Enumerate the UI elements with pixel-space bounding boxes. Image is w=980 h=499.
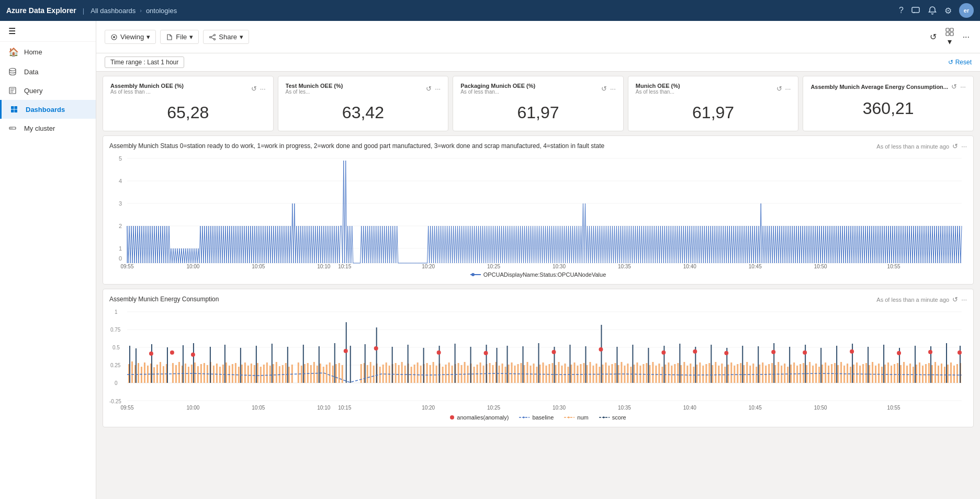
help-icon[interactable]: ? [899, 6, 904, 15]
kpi-value-2: 61,97 [460, 99, 616, 124]
kpi-more-0[interactable]: ··· [260, 85, 266, 93]
kpi-more-1[interactable]: ··· [435, 85, 441, 93]
sidebar-item-query[interactable]: Query [0, 81, 96, 100]
svg-text:10:35: 10:35 [618, 405, 631, 411]
notification-icon[interactable] [928, 6, 937, 15]
svg-rect-285 [843, 366, 845, 383]
chart1-data [127, 161, 962, 263]
kpi-more-2[interactable]: ··· [610, 85, 616, 93]
svg-rect-173 [492, 365, 494, 383]
svg-rect-258 [759, 365, 760, 383]
sidebar-item-dashboards[interactable]: Dashboards [0, 100, 96, 119]
viewing-button[interactable]: Viewing ▾ [105, 30, 156, 44]
svg-rect-286 [847, 364, 848, 383]
svg-text:10:35: 10:35 [618, 264, 631, 268]
refresh-button[interactable]: ↺ [928, 30, 939, 44]
breadcrumb-all-dashboards[interactable]: All dashboards [91, 7, 136, 15]
svg-text:5: 5 [119, 155, 122, 162]
svg-rect-152 [426, 363, 428, 383]
sidebar-item-home[interactable]: 🏠 Home [0, 42, 96, 62]
kpi-cards-row: Assembly Munich OEE (%) As of less than … [103, 76, 974, 131]
viewing-label: Viewing [120, 33, 144, 41]
chart1-refresh[interactable]: ↺ [952, 142, 958, 150]
kpi-card-1: Test Munich OEE (%) As of les... ↺ ··· 6… [278, 76, 449, 131]
hamburger-button[interactable]: ☰ [0, 21, 96, 42]
svg-rect-269 [793, 362, 795, 383]
file-button[interactable]: File ▾ [160, 30, 199, 44]
kpi-refresh-1[interactable]: ↺ [426, 85, 432, 93]
svg-rect-79 [178, 362, 180, 383]
svg-rect-149 [417, 362, 419, 383]
svg-rect-282 [834, 363, 836, 383]
layout-button[interactable]: ▾ [943, 25, 956, 49]
kpi-refresh-3[interactable]: ↺ [776, 85, 782, 93]
content-area: Viewing ▾ File ▾ Share ▾ ↺ ▾ [96, 21, 980, 499]
svg-point-393 [803, 350, 807, 355]
svg-rect-236 [690, 364, 691, 383]
sidebar-item-data[interactable]: Data [0, 62, 96, 81]
svg-rect-248 [727, 365, 729, 383]
svg-rect-129 [339, 363, 340, 383]
svg-rect-309 [919, 362, 920, 383]
svg-rect-106 [263, 365, 265, 383]
settings-icon[interactable]: ⚙ [944, 6, 952, 16]
breadcrumb-current[interactable]: ontologies [146, 7, 177, 15]
svg-rect-9 [15, 110, 18, 113]
svg-rect-130 [342, 365, 343, 383]
kpi-value-3: 61,97 [636, 99, 791, 124]
svg-rect-357 [616, 347, 617, 383]
svg-rect-7 [15, 106, 18, 109]
svg-rect-359 [648, 348, 649, 383]
kpi-more-4[interactable]: ··· [960, 83, 966, 90]
svg-rect-188 [539, 365, 540, 383]
sidebar-item-mycluster[interactable]: My cluster [0, 119, 96, 138]
reset-button[interactable]: ↺ Reset [948, 59, 972, 66]
svg-rect-311 [925, 364, 927, 383]
svg-rect-289 [856, 362, 858, 383]
user-avatar[interactable]: er [959, 3, 974, 18]
svg-rect-243 [712, 365, 713, 383]
svg-text:10:50: 10:50 [814, 405, 827, 411]
svg-rect-347 [470, 347, 471, 383]
chart2-svg-container: 1 0.75 0.5 0.25 0 -0.25 [109, 307, 967, 411]
svg-rect-233 [680, 365, 682, 383]
svg-rect-230 [671, 366, 672, 383]
chat-icon[interactable] [911, 6, 920, 15]
svg-point-15 [214, 34, 216, 36]
svg-rect-201 [580, 364, 581, 383]
chart1-legend: OPCUADisplayName:Status:OPCUANodeValue [109, 271, 967, 278]
svg-point-384 [374, 346, 378, 350]
svg-point-17 [214, 38, 216, 40]
chart1-more[interactable]: ··· [961, 142, 967, 150]
kpi-refresh-4[interactable]: ↺ [951, 83, 957, 90]
kpi-subtitle-3: As of less than... [636, 89, 680, 95]
dashboard-scroll[interactable]: Assembly Munich OEE (%) As of less than … [96, 72, 980, 499]
svg-rect-109 [273, 364, 274, 383]
legend-item-anomalies: anomalies(anomaly) [450, 414, 509, 421]
svg-rect-189 [542, 362, 544, 383]
time-range-pill[interactable]: Time range : Last 1 hour [105, 56, 184, 68]
svg-point-396 [928, 350, 932, 354]
share-button[interactable]: Share ▾ [203, 30, 249, 44]
chart2-refresh[interactable]: ↺ [952, 296, 958, 303]
chart2-more[interactable]: ··· [961, 296, 967, 303]
svg-rect-115 [291, 365, 293, 383]
kpi-card-2: Packaging Munich OEE (%) As of less than… [453, 76, 624, 131]
svg-rect-75 [163, 366, 164, 383]
svg-rect-177 [505, 367, 506, 383]
svg-rect-159 [448, 362, 450, 383]
svg-rect-335 [303, 345, 304, 383]
svg-rect-122 [317, 366, 318, 383]
svg-rect-312 [928, 363, 930, 383]
chart2-anomalies [149, 346, 962, 357]
kpi-more-3[interactable]: ··· [785, 85, 791, 93]
svg-text:09:55: 09:55 [120, 264, 133, 268]
svg-text:10:45: 10:45 [749, 264, 762, 268]
sidebar: ☰ 🏠 Home Data Query Dashboards [0, 21, 96, 499]
svg-rect-167 [474, 367, 475, 383]
svg-point-382 [191, 353, 195, 357]
kpi-refresh-2[interactable]: ↺ [601, 85, 607, 93]
svg-rect-238 [696, 365, 697, 383]
more-options-button[interactable]: ··· [961, 30, 972, 44]
kpi-refresh-0[interactable]: ↺ [251, 85, 257, 93]
